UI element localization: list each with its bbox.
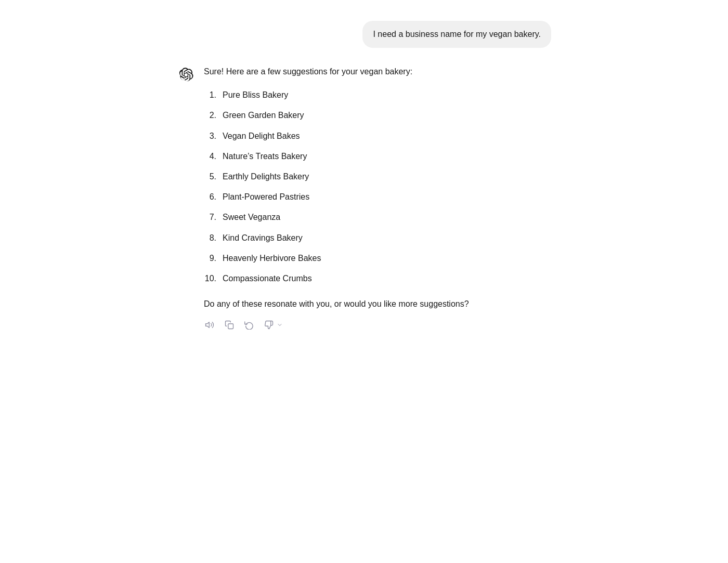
list-item-text: Heavenly Herbivore Bakes: [223, 251, 551, 265]
list-item-text: Green Garden Bakery: [223, 108, 551, 122]
list-item: 8. Kind Cravings Bakery: [204, 228, 551, 248]
volume-button[interactable]: [204, 319, 215, 331]
list-item: 6. Plant-Powered Pastries: [204, 187, 551, 207]
assistant-message-row: Sure! Here are a few suggestions for you…: [177, 64, 551, 331]
user-message-row: I need a business name for my vegan bake…: [177, 21, 551, 48]
assistant-intro: Sure! Here are a few suggestions for you…: [204, 64, 551, 78]
list-number: 1.: [204, 88, 223, 102]
list-item-text: Vegan Delight Bakes: [223, 129, 551, 143]
action-icons-row: [204, 319, 551, 331]
list-number: 7.: [204, 210, 223, 224]
chevron-down-icon: [277, 322, 283, 328]
copy-icon: [225, 320, 234, 330]
assistant-avatar: [177, 66, 196, 84]
list-number: 2.: [204, 108, 223, 122]
list-number: 5.: [204, 169, 223, 184]
chat-container: I need a business name for my vegan bake…: [166, 0, 562, 372]
list-item: 9. Heavenly Herbivore Bakes: [204, 248, 551, 268]
bakery-names-list: 1. Pure Bliss Bakery 2. Green Garden Bak…: [204, 85, 551, 289]
list-item: 1. Pure Bliss Bakery: [204, 85, 551, 105]
list-item: 5. Earthly Delights Bakery: [204, 166, 551, 187]
thumbs-chevron-icon[interactable]: [277, 322, 283, 328]
list-item: 3. Vegan Delight Bakes: [204, 126, 551, 146]
assistant-closing: Do any of these resonate with you, or wo…: [204, 297, 551, 311]
list-number: 3.: [204, 129, 223, 143]
list-item-text: Kind Cravings Bakery: [223, 231, 551, 245]
thumbs-down-group: [263, 319, 283, 331]
list-item-text: Sweet Veganza: [223, 210, 551, 224]
list-number: 4.: [204, 149, 223, 163]
list-number: 9.: [204, 251, 223, 265]
list-item: 10. Compassionate Crumbs: [204, 268, 551, 289]
list-item-text: Nature’s Treats Bakery: [223, 149, 551, 163]
list-item: 4. Nature’s Treats Bakery: [204, 146, 551, 166]
copy-button[interactable]: [224, 319, 235, 331]
thumbs-down-button[interactable]: [263, 319, 275, 331]
assistant-text: Sure! Here are a few suggestions for you…: [204, 64, 551, 317]
list-item-text: Pure Bliss Bakery: [223, 88, 551, 102]
svg-marker-0: [206, 322, 210, 328]
list-item-text: Plant-Powered Pastries: [223, 190, 551, 204]
user-bubble: I need a business name for my vegan bake…: [362, 21, 551, 48]
svg-rect-1: [228, 324, 233, 329]
list-item: 7. Sweet Veganza: [204, 207, 551, 227]
thumbs-down-icon: [264, 320, 274, 330]
regenerate-icon: [244, 320, 254, 330]
list-item: 2. Green Garden Bakery: [204, 105, 551, 125]
user-message-text: I need a business name for my vegan bake…: [373, 30, 541, 38]
list-number: 8.: [204, 231, 223, 245]
volume-icon: [205, 320, 214, 330]
list-number: 10.: [204, 271, 223, 285]
list-number: 6.: [204, 190, 223, 204]
list-item-text: Earthly Delights Bakery: [223, 169, 551, 184]
chatgpt-icon: [179, 68, 193, 82]
regenerate-button[interactable]: [243, 319, 255, 331]
list-item-text: Compassionate Crumbs: [223, 271, 551, 285]
assistant-content: Sure! Here are a few suggestions for you…: [204, 64, 551, 331]
